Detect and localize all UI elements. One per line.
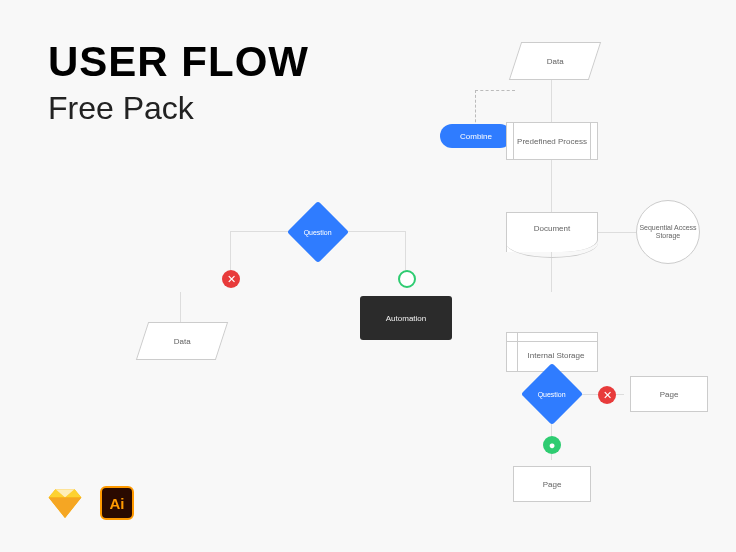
label: Data <box>174 337 191 346</box>
label: Document <box>534 224 570 233</box>
connector <box>405 231 406 275</box>
label: Predefined Process <box>517 137 587 146</box>
title-sub: Free Pack <box>48 90 309 127</box>
sketch-icon <box>48 488 82 518</box>
node-document: Document <box>506 212 598 252</box>
connector <box>230 231 231 275</box>
node-predefined-process: Predefined Process <box>506 122 598 160</box>
label: Ai <box>110 495 125 512</box>
node-combine: Combine <box>440 124 512 148</box>
label: Sequential Access Storage <box>637 224 699 241</box>
connector-dashed <box>475 90 515 91</box>
no-icon: ✕ <box>598 386 616 404</box>
node-question-2: Question <box>521 363 583 425</box>
yes-ring-icon <box>398 270 416 288</box>
title-main: USER FLOW <box>48 38 309 86</box>
node-page-2: Page <box>513 466 591 502</box>
label: Page <box>660 390 679 399</box>
svg-marker-6 <box>49 498 82 518</box>
node-page-1: Page <box>630 376 708 412</box>
node-automation: Automation <box>360 296 452 340</box>
title-block: USER FLOW Free Pack <box>48 38 309 127</box>
connector <box>180 292 181 326</box>
node-data-top: Data <box>509 42 601 80</box>
illustrator-icon: Ai <box>100 486 134 520</box>
label: Question <box>304 229 332 236</box>
yes-icon: ● <box>543 436 561 454</box>
node-sequential-storage: Sequential Access Storage <box>636 200 700 264</box>
node-data-left: Data <box>136 322 228 360</box>
connector <box>551 78 552 124</box>
connector <box>551 160 552 212</box>
connector <box>598 232 640 233</box>
footer-icons: Ai <box>48 486 134 520</box>
label: Page <box>543 480 562 489</box>
label: Automation <box>386 314 426 323</box>
label: Internal Storage <box>528 351 585 360</box>
no-icon: ✕ <box>222 270 240 288</box>
label: Question <box>538 391 566 398</box>
connector <box>551 252 552 292</box>
node-question-1: Question <box>287 201 349 263</box>
label: Data <box>547 57 564 66</box>
label: Combine <box>460 132 492 141</box>
